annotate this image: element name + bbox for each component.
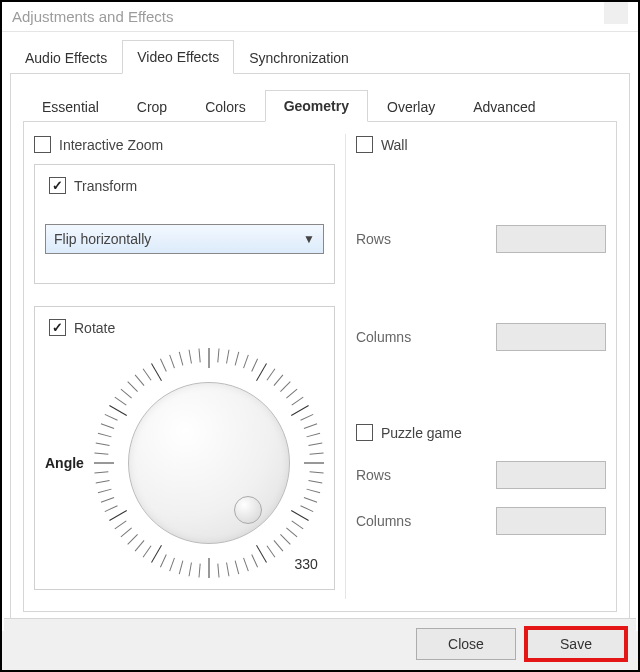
dial-face [128,382,290,544]
checkbox-icon [356,424,373,441]
interactive-zoom-checkbox[interactable]: Interactive Zoom [34,136,163,153]
wall-columns-label: Columns [356,329,411,345]
checkbox-icon [356,136,373,153]
puzzle-checkbox[interactable]: Puzzle game [356,424,462,441]
window-title: Adjustments and Effects [12,2,173,31]
tab-audio-effects[interactable]: Audio Effects [10,41,122,74]
geometry-panel: Interactive Zoom ✓ Transform Flip horizo… [23,122,617,612]
angle-readout: 330 [295,556,318,572]
chevron-down-icon: ▼ [303,232,315,246]
rotate-label: Rotate [74,320,115,336]
rotate-group: ✓ Rotate Angle 330 [34,306,335,590]
dialog-footer: Close Save [4,618,636,668]
puzzle-columns-spinner[interactable]: ▲▼ [496,507,606,535]
wall-columns-spinner[interactable]: ▲▼ [496,323,606,351]
window-close-button[interactable] [604,2,628,24]
titlebar: Adjustments and Effects [2,2,638,32]
checkbox-icon [34,136,51,153]
transform-checkbox[interactable]: ✓ Transform [49,177,137,194]
checkbox-icon: ✓ [49,177,66,194]
subtab-essential[interactable]: Essential [23,91,118,122]
video-effects-panel: Essential Crop Colors Geometry Overlay A… [10,74,630,631]
wall-rows-label: Rows [356,231,391,247]
subtab-overlay[interactable]: Overlay [368,91,454,122]
wall-rows-spinner[interactable]: ▲▼ [496,225,606,253]
angle-dial[interactable]: 330 [94,348,324,578]
interactive-zoom-label: Interactive Zoom [59,137,163,153]
subtab-advanced[interactable]: Advanced [454,91,554,122]
geometry-left-column: Interactive Zoom ✓ Transform Flip horizo… [34,134,335,599]
transform-value: Flip horizontally [54,231,151,247]
main-tabs: Audio Effects Video Effects Synchronizat… [10,38,630,74]
tab-synchronization[interactable]: Synchronization [234,41,364,74]
transform-label: Transform [74,178,137,194]
subtab-geometry[interactable]: Geometry [265,90,368,122]
transform-combobox[interactable]: Flip horizontally ▼ [45,224,324,254]
angle-label: Angle [45,455,84,471]
puzzle-rows-input[interactable] [497,462,640,488]
save-button[interactable]: Save [526,628,626,660]
tab-video-effects[interactable]: Video Effects [122,40,234,74]
rotate-checkbox[interactable]: ✓ Rotate [49,319,115,336]
close-button[interactable]: Close [416,628,516,660]
puzzle-rows-label: Rows [356,467,391,483]
transform-group: ✓ Transform Flip horizontally ▼ [34,164,335,284]
wall-checkbox[interactable]: Wall [356,136,408,153]
wall-label: Wall [381,137,408,153]
puzzle-columns-input[interactable] [497,508,640,534]
wall-rows-input[interactable] [497,226,640,252]
wall-columns-input[interactable] [497,324,640,350]
puzzle-columns-label: Columns [356,513,411,529]
geometry-right-column: Wall Rows ▲▼ Columns [345,134,606,599]
subtab-crop[interactable]: Crop [118,91,186,122]
checkbox-icon: ✓ [49,319,66,336]
subtab-colors[interactable]: Colors [186,91,264,122]
wall-group: Wall Rows ▲▼ Columns [356,134,606,394]
puzzle-rows-spinner[interactable]: ▲▼ [496,461,606,489]
dial-thumb[interactable] [234,496,262,524]
video-subtabs: Essential Crop Colors Geometry Overlay A… [23,88,617,122]
puzzle-group: Puzzle game Rows ▲▼ Columns [356,422,606,535]
puzzle-label: Puzzle game [381,425,462,441]
dialog-body: Audio Effects Video Effects Synchronizat… [2,32,638,631]
adjustments-effects-window: Adjustments and Effects Audio Effects Vi… [0,0,640,672]
